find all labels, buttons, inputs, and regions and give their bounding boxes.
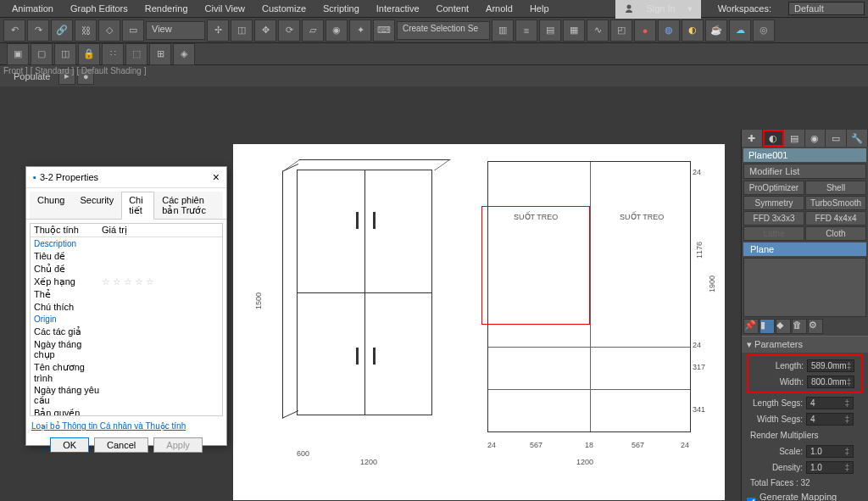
redo-icon[interactable]: ↷ — [27, 19, 49, 42]
menu-rendering[interactable]: Rendering — [136, 1, 197, 16]
rating-stars[interactable]: ☆ ☆ ☆ ☆ ☆ — [102, 276, 219, 287]
align-icon[interactable]: ≡ — [515, 19, 537, 42]
genmap-checkbox[interactable] — [747, 498, 756, 502]
bind-icon[interactable]: ◇ — [98, 19, 120, 42]
hierarchy-tab-icon[interactable]: ▤ — [784, 130, 805, 147]
utilities-tab-icon[interactable]: 🔧 — [847, 130, 868, 147]
link-icon[interactable]: 🔗 — [51, 19, 73, 42]
poly-icon[interactable]: ⬚ — [125, 43, 147, 65]
wsegs-spinner[interactable]: 4 — [806, 413, 854, 426]
manip-icon[interactable]: ✦ — [349, 19, 371, 42]
create-tab-icon[interactable]: ✚ — [742, 130, 763, 147]
unlink-icon[interactable]: ⛓ — [75, 19, 97, 42]
tab-versions[interactable]: Các phiên bản Trước — [154, 192, 223, 219]
unique-icon[interactable]: ◆ — [776, 319, 791, 334]
menu-arnold[interactable]: Arnold — [477, 1, 521, 16]
select-icon[interactable]: ▭ — [122, 19, 144, 42]
btn-cloth[interactable]: Cloth — [805, 226, 866, 241]
ok-button[interactable]: OK — [50, 437, 89, 453]
lock-icon[interactable]: 🔒 — [78, 43, 100, 65]
btn-lathe[interactable]: Lathe — [743, 226, 804, 241]
layer-icon[interactable]: ▤ — [539, 19, 561, 42]
modifier-stack-area[interactable] — [743, 258, 866, 317]
close-icon[interactable]: × — [213, 170, 220, 184]
remove-properties-link[interactable]: Loại bỏ Thông tin Cá nhân và Thuộc tính — [26, 420, 226, 432]
viewport[interactable]: 1500 600 1200 SUỐT TREO SUỐT TREO 1900 1… — [233, 144, 725, 500]
lsegs-label: Length Segs: — [747, 398, 803, 408]
render-setup-icon[interactable]: ◍ — [658, 19, 680, 42]
tab-security[interactable]: Security — [72, 192, 121, 219]
object-name-field[interactable]: Plane001 — [743, 148, 866, 162]
btn-ffd3[interactable]: FFD 3x3x3 — [743, 211, 804, 225]
curve-icon[interactable]: ∿ — [587, 19, 609, 42]
btn-turbosmooth[interactable]: TurboSmooth — [805, 196, 866, 210]
btn-shell[interactable]: Shell — [805, 181, 866, 195]
length-spinner[interactable]: 589.0mm — [807, 359, 854, 372]
lsegs-spinner[interactable]: 4 — [806, 397, 854, 409]
motion-tab-icon[interactable]: ◉ — [805, 130, 826, 147]
render-mult-header: Render Multipliers — [742, 427, 868, 443]
modifier-stack-item[interactable]: Plane — [743, 242, 866, 256]
menu-civilview[interactable]: Civil View — [197, 1, 253, 16]
apply-button[interactable]: Apply — [153, 437, 203, 453]
menu-grapheditors[interactable]: Graph Editors — [62, 1, 136, 16]
move-icon[interactable]: ✥ — [254, 19, 276, 42]
menu-customize[interactable]: Customize — [253, 1, 314, 16]
total-faces-label: Total Faces : 32 — [742, 476, 868, 490]
remove-icon[interactable]: 🗑 — [792, 319, 807, 334]
undo-icon[interactable]: ↶ — [3, 19, 25, 42]
modifier-list-dropdown[interactable]: Modifier List — [743, 164, 866, 179]
display-tab-icon[interactable]: ▭ — [826, 130, 847, 147]
schematic-icon[interactable]: ◰ — [610, 19, 632, 42]
menu-scripting[interactable]: Scripting — [314, 1, 368, 16]
filter-dropdown[interactable]: View — [146, 21, 205, 40]
window-icon[interactable]: ◫ — [231, 19, 253, 42]
show-result-icon[interactable]: ▮ — [760, 319, 775, 334]
dim-1176: 1176 — [695, 242, 704, 259]
edge-icon[interactable]: ∷ — [102, 43, 124, 65]
config-icon[interactable]: ⚙ — [808, 319, 823, 334]
workspaces-dropdown[interactable]: Default — [788, 2, 865, 15]
property-table[interactable]: Thuộc tínhGiá trị Description Tiêu đề Ch… — [30, 223, 223, 416]
parameters-rollout[interactable]: ▾ Parameters — [742, 336, 868, 353]
menu-help[interactable]: Help — [521, 1, 558, 16]
tab-details[interactable]: Chi tiết — [121, 192, 154, 220]
btn-symmetry[interactable]: Symmetry — [743, 196, 804, 210]
cross-icon[interactable]: ✢ — [207, 19, 229, 42]
named-selection-dropdown[interactable]: Create Selection Se — [397, 21, 490, 40]
scale-icon[interactable]: ▱ — [302, 19, 324, 42]
width-spinner[interactable]: 800.0mm — [807, 376, 854, 388]
panorama-icon[interactable]: ◎ — [753, 19, 775, 42]
sel-all-icon[interactable]: ▣ — [7, 43, 29, 65]
redbox-elev — [481, 206, 590, 325]
sel-invert-icon[interactable]: ◫ — [54, 43, 76, 65]
btn-prooptimizer[interactable]: ProOptimizer — [743, 181, 804, 195]
pin-icon[interactable]: 📌 — [743, 319, 759, 334]
place-icon[interactable]: ◉ — [326, 19, 348, 42]
btn-ffd4[interactable]: FFD 4x4x4 — [805, 211, 866, 225]
treo-1: SUỐT TREO — [514, 213, 558, 221]
cancel-button[interactable]: Cancel — [94, 437, 148, 453]
menu-interactive[interactable]: Interactive — [368, 1, 428, 16]
mirror-icon[interactable]: ▥ — [492, 19, 514, 42]
tab-chung[interactable]: Chung — [30, 192, 72, 219]
section-origin: Origin — [31, 313, 222, 326]
density-spinner[interactable]: 1.0 — [806, 461, 854, 474]
toggle-icon[interactable]: ▦ — [563, 19, 585, 42]
material-icon[interactable]: ● — [634, 19, 656, 42]
menu-content[interactable]: Content — [428, 1, 478, 16]
sel-none-icon[interactable]: ▢ — [31, 43, 53, 65]
rotate-icon[interactable]: ⟳ — [278, 19, 300, 42]
scale-spinner[interactable]: 1.0 — [806, 445, 854, 458]
render-frame-icon[interactable]: ◐ — [682, 19, 704, 42]
width-label: Width: — [755, 377, 804, 387]
modify-tab-icon[interactable]: ◐ — [763, 130, 784, 147]
dialog-titlebar[interactable]: ▪ 3-2 Properties × — [26, 167, 226, 188]
menu-animation[interactable]: Animation — [3, 1, 62, 16]
snap3-icon[interactable]: ◈ — [173, 43, 195, 65]
keyboard-icon[interactable]: ⌨ — [373, 19, 395, 42]
render-icon[interactable]: ☕ — [705, 19, 727, 42]
signin-button[interactable]: Sign In ▾ — [615, 0, 700, 19]
snap2-icon[interactable]: ⊞ — [149, 43, 171, 65]
a360-icon[interactable]: ☁ — [729, 19, 751, 42]
